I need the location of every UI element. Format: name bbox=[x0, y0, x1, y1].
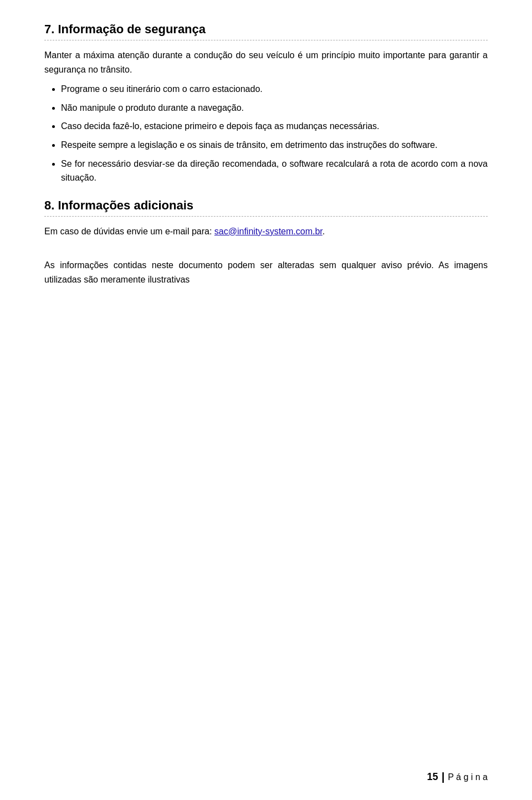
footer-divider: | bbox=[442, 771, 445, 783]
section7-title: 7. Informação de segurança bbox=[44, 22, 488, 40]
section8-body: Em caso de dúvidas envie um e-mail para:… bbox=[44, 224, 488, 286]
section7-body: Manter a máxima atenção durante a conduç… bbox=[44, 48, 488, 185]
section8-number: 8. bbox=[44, 198, 54, 212]
list-item: Não manipule o produto durante a navegaç… bbox=[61, 101, 488, 115]
section8-heading: Informações adicionais bbox=[58, 198, 193, 212]
email-prefix-text: Em caso de dúvidas envie um e-mail para: bbox=[44, 227, 214, 236]
section7-bullets: Programe o seu itinerário com o carro es… bbox=[61, 82, 488, 185]
page-label: P á g i n a bbox=[448, 772, 488, 782]
page-footer: 15 | P á g i n a bbox=[427, 771, 488, 783]
list-item: Programe o seu itinerário com o carro es… bbox=[61, 82, 488, 96]
email-link[interactable]: sac@infinity-system.com.br bbox=[214, 227, 323, 236]
section7-number: 7. bbox=[44, 22, 54, 36]
section7-intro: Manter a máxima atenção durante a conduç… bbox=[44, 48, 488, 76]
section8-footer-note: As informações contidas neste documento … bbox=[44, 258, 488, 286]
section8-email-line: Em caso de dúvidas envie um e-mail para:… bbox=[44, 224, 488, 239]
section7-heading: Informação de segurança bbox=[58, 22, 206, 36]
list-item: Se for necessário desviar-se da direção … bbox=[61, 157, 488, 185]
list-item: Caso decida fazê-lo, estacione primeiro … bbox=[61, 119, 488, 134]
list-item: Respeite sempre a legislação e os sinais… bbox=[61, 138, 488, 152]
page-number: 15 bbox=[427, 771, 438, 783]
section8-title: 8. Informações adicionais bbox=[44, 198, 488, 217]
